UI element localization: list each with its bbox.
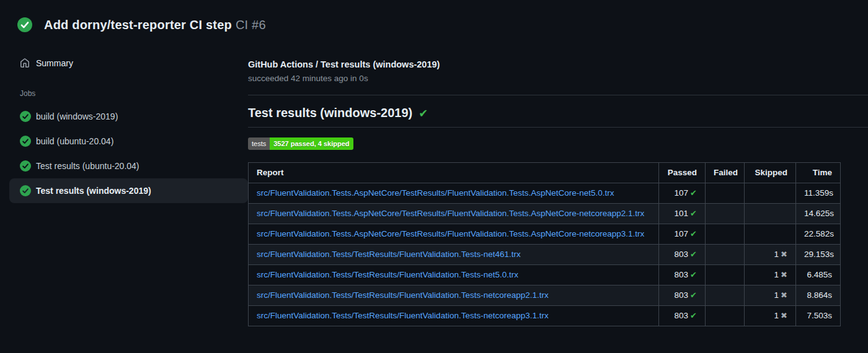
page-title: Add dorny/test-reporter CI stepCI #6 [44, 18, 266, 32]
skipped-count: 1 [774, 290, 779, 300]
skipped-cell: 1✖ [745, 285, 796, 306]
sidebar-item-test-results-ubuntu-20-04[interactable]: Test results (ubuntu-20.04) [9, 154, 248, 178]
sidebar-item-label: build (ubuntu-20.04) [36, 136, 113, 146]
time-cell: 7.503s [796, 306, 841, 326]
time-cell: 29.153s [796, 245, 841, 265]
report-link[interactable]: src/FluentValidation.Tests/TestResults/F… [257, 270, 518, 279]
report-link[interactable]: src/FluentValidation.Tests/TestResults/F… [257, 290, 549, 300]
job-status-line: succeeded 42 minutes ago in 0s [248, 72, 868, 85]
column-header-time: Time [796, 163, 841, 183]
run-header: Add dorny/test-reporter CI stepCI #6 [0, 0, 868, 32]
check-icon: ✔ [690, 209, 697, 218]
home-icon [20, 58, 30, 68]
passed-count: 101 [675, 209, 689, 218]
check-icon: ✔ [690, 270, 697, 279]
check-icon: ✔ [690, 290, 697, 300]
cross-icon: ✖ [781, 270, 787, 279]
cross-icon: ✖ [781, 311, 787, 320]
skipped-cell: 1✖ [745, 245, 796, 265]
failed-cell [706, 183, 745, 204]
time-cell: 8.864s [796, 285, 841, 306]
failed-cell [706, 204, 745, 224]
check-icon: ✔ [690, 229, 697, 238]
sidebar-item-label: build (windows-2019) [36, 111, 118, 121]
main-panel: GitHub Actions / Test results (windows-2… [248, 52, 868, 326]
time-cell: 22.582s [796, 224, 841, 245]
badge-value: 3527 passed, 4 skipped [270, 137, 353, 150]
section-heading-text: Test results (windows-2019) [248, 106, 412, 120]
time-cell: 14.625s [796, 204, 841, 224]
sidebar-item-label: Test results (windows-2019) [36, 186, 151, 196]
failed-cell [706, 245, 745, 265]
badge-label: tests [248, 137, 270, 150]
table-row: src/FluentValidation.Tests.AspNetCore/Te… [249, 204, 841, 224]
report-link[interactable]: src/FluentValidation.Tests.AspNetCore/Te… [257, 188, 614, 198]
tests-badge: tests 3527 passed, 4 skipped [248, 137, 353, 150]
time-cell: 11.359s [796, 183, 841, 204]
passed-count: 803 [675, 250, 689, 259]
passed-count: 803 [675, 311, 689, 320]
column-header-failed: Failed [706, 163, 745, 183]
skipped-count: 1 [774, 250, 779, 259]
check-circle-icon [17, 17, 32, 32]
table-header-row: Report Passed Failed Skipped Time [249, 163, 841, 183]
table-row: src/FluentValidation.Tests.AspNetCore/Te… [249, 183, 841, 204]
sidebar-jobs-heading: Jobs [9, 88, 248, 99]
report-link[interactable]: src/FluentValidation.Tests.AspNetCore/Te… [257, 229, 644, 238]
check-icon: ✔ [690, 188, 697, 198]
job-title: GitHub Actions / Test results (windows-2… [248, 58, 868, 71]
section-heading: Test results (windows-2019)✔ [248, 104, 868, 128]
column-header-passed: Passed [659, 163, 706, 183]
sidebar-summary-label: Summary [36, 58, 73, 68]
failed-cell [706, 224, 745, 245]
time-cell: 6.485s [796, 265, 841, 285]
check-icon: ✔ [690, 250, 697, 259]
test-results-table: Report Passed Failed Skipped Time src/Fl… [248, 162, 841, 326]
sidebar-item-label: Test results (ubuntu-20.04) [36, 161, 140, 171]
run-number: CI #6 [236, 18, 266, 32]
sidebar-item-build-ubuntu-20-04[interactable]: build (ubuntu-20.04) [9, 129, 248, 154]
table-row: src/FluentValidation.Tests/TestResults/F… [249, 265, 841, 285]
cross-icon: ✖ [781, 250, 787, 259]
run-title-text: Add dorny/test-reporter CI step [44, 18, 232, 32]
check-icon: ✔ [418, 107, 428, 120]
check-icon: ✔ [690, 311, 697, 320]
skipped-count: 1 [774, 311, 779, 320]
column-header-skipped: Skipped [745, 163, 796, 183]
passed-count: 107 [675, 229, 689, 238]
skipped-cell: 1✖ [745, 265, 796, 285]
check-circle-icon [20, 160, 31, 172]
table-row: src/FluentValidation.Tests/TestResults/F… [249, 285, 841, 306]
table-row: src/FluentValidation.Tests/TestResults/F… [249, 306, 841, 326]
check-circle-icon [20, 111, 31, 122]
report-link[interactable]: src/FluentValidation.Tests/TestResults/F… [257, 311, 549, 320]
report-link[interactable]: src/FluentValidation.Tests.AspNetCore/Te… [257, 209, 644, 218]
cross-icon: ✖ [781, 290, 787, 300]
sidebar-item-test-results-windows-2019[interactable]: Test results (windows-2019) [9, 178, 248, 203]
sidebar-item-build-windows-2019[interactable]: build (windows-2019) [9, 104, 248, 129]
divider [248, 95, 868, 95]
check-circle-icon [20, 136, 31, 147]
failed-cell [706, 285, 745, 306]
check-circle-icon [20, 185, 31, 196]
skipped-count: 1 [774, 270, 779, 279]
column-header-report: Report [249, 163, 659, 183]
skipped-cell [745, 183, 796, 204]
skipped-cell: 1✖ [745, 306, 796, 326]
passed-count: 803 [675, 270, 689, 279]
table-row: src/FluentValidation.Tests/TestResults/F… [249, 245, 841, 265]
failed-cell [706, 306, 745, 326]
table-row: src/FluentValidation.Tests.AspNetCore/Te… [249, 224, 841, 245]
sidebar: Summary Jobs build (windows-2019) build … [0, 52, 248, 326]
passed-count: 107 [675, 188, 689, 198]
failed-cell [706, 265, 745, 285]
skipped-cell [745, 204, 796, 224]
passed-count: 803 [675, 290, 689, 300]
report-link[interactable]: src/FluentValidation.Tests/TestResults/F… [257, 250, 521, 259]
sidebar-item-summary[interactable]: Summary [9, 52, 248, 74]
skipped-cell [745, 224, 796, 245]
